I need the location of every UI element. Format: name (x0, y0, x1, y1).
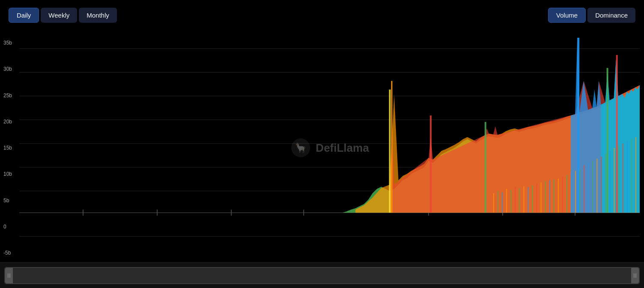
svg-rect-34 (519, 188, 520, 213)
svg-rect-38 (536, 184, 537, 213)
svg-rect-56 (614, 148, 615, 213)
scrollbar-container[interactable]: ||| ||| (0, 262, 644, 288)
weekly-button[interactable]: Weekly (41, 8, 77, 23)
svg-rect-30 (502, 192, 503, 213)
svg-rect-31 (506, 189, 507, 213)
svg-rect-25 (577, 38, 579, 213)
svg-rect-53 (601, 156, 602, 213)
svg-rect-32 (510, 190, 511, 213)
svg-rect-50 (588, 163, 589, 213)
y-label-35b: 35b (3, 40, 12, 46)
monthly-button[interactable]: Monthly (79, 8, 117, 23)
daily-button[interactable]: Daily (9, 8, 39, 23)
chart-canvas: 🦙 DefiLlama 2017 2018 2019 2020 2021 202… (19, 38, 640, 258)
y-label-20b: 20b (3, 119, 12, 125)
y-label-25b: 25b (3, 93, 12, 99)
scrollbar-track[interactable]: ||| ||| (4, 267, 640, 284)
toolbar: Daily Weekly Monthly Volume Dominance (0, 0, 644, 27)
metric-group: Volume Dominance (548, 8, 635, 23)
svg-rect-48 (579, 169, 580, 213)
y-label-neg5b: -5b (3, 250, 12, 256)
svg-rect-54 (605, 153, 606, 213)
svg-rect-52 (596, 159, 597, 213)
svg-rect-47 (575, 171, 576, 213)
svg-rect-27 (607, 68, 608, 213)
scrollbar-handle-right[interactable]: ||| (631, 268, 639, 283)
svg-rect-58 (623, 144, 623, 213)
y-axis: 35b 30b 25b 20b 15b 10b 5b 0 -5b (3, 38, 12, 258)
svg-rect-45 (566, 175, 567, 213)
svg-rect-46 (571, 172, 572, 213)
main-container: Daily Weekly Monthly Volume Dominance 35… (0, 0, 644, 288)
y-label-10b: 10b (3, 171, 12, 177)
scrollbar-handle-left[interactable]: ||| (5, 268, 13, 283)
svg-rect-28 (493, 193, 494, 213)
svg-rect-43 (558, 179, 559, 213)
svg-rect-29 (497, 191, 498, 213)
y-label-15b: 15b (3, 145, 12, 151)
scroll-handle-left-icon: ||| (7, 273, 11, 278)
svg-rect-57 (618, 146, 619, 213)
svg-rect-59 (627, 141, 628, 213)
svg-rect-39 (541, 183, 542, 213)
y-label-30b: 30b (3, 66, 12, 72)
svg-rect-55 (610, 151, 611, 213)
svg-rect-36 (528, 187, 529, 213)
svg-rect-42 (554, 180, 554, 213)
chart-area: 35b 30b 25b 20b 15b 10b 5b 0 -5b (0, 38, 644, 258)
svg-rect-33 (515, 187, 515, 213)
chart-svg (19, 38, 640, 258)
svg-rect-35 (524, 186, 524, 213)
volume-button[interactable]: Volume (548, 8, 586, 23)
svg-rect-41 (549, 180, 550, 213)
scrollbar-thumb[interactable]: ||| ||| (5, 267, 639, 284)
time-period-group: Daily Weekly Monthly (9, 8, 117, 23)
y-label-5b: 5b (3, 198, 12, 204)
y-label-0: 0 (3, 224, 12, 230)
svg-rect-40 (545, 181, 546, 213)
svg-rect-60 (631, 139, 632, 213)
svg-rect-24 (485, 122, 486, 213)
svg-rect-61 (635, 137, 636, 213)
svg-rect-26 (616, 55, 618, 213)
scroll-handle-right-icon: ||| (633, 273, 637, 278)
svg-rect-22 (391, 81, 392, 213)
svg-rect-44 (562, 177, 563, 213)
svg-rect-51 (592, 161, 593, 213)
svg-rect-49 (584, 165, 584, 213)
svg-rect-21 (389, 90, 391, 213)
svg-rect-23 (430, 115, 431, 213)
svg-rect-37 (532, 186, 533, 213)
dominance-button[interactable]: Dominance (587, 8, 635, 23)
